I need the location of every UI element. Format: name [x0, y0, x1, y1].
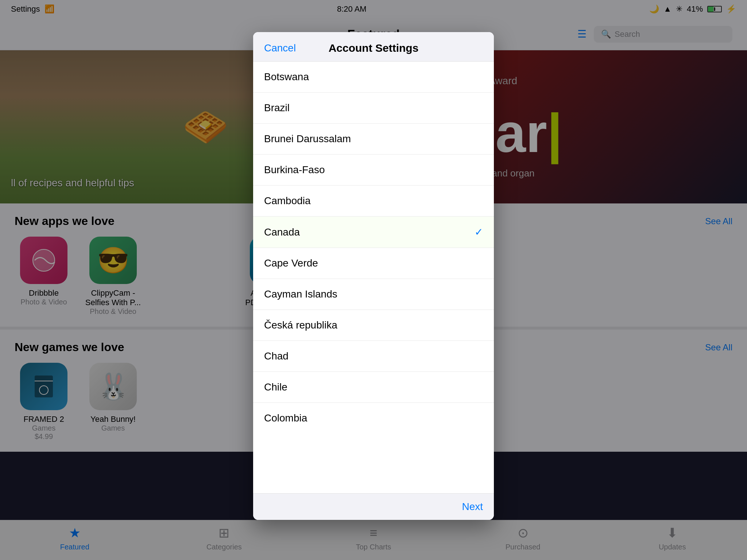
country-item-canada[interactable]: Canada ✓ — [253, 217, 494, 248]
country-item-brunei[interactable]: Brunei Darussalam — [253, 124, 494, 155]
canada-checkmark: ✓ — [475, 226, 483, 238]
country-item-botswana[interactable]: Botswana — [253, 62, 494, 93]
cancel-button[interactable]: Cancel — [264, 42, 296, 54]
country-name-cayman: Cayman Islands — [264, 288, 337, 300]
country-item-czech[interactable]: Česká republika — [253, 310, 494, 341]
next-button[interactable]: Next — [462, 501, 483, 513]
modal-footer: Next — [253, 493, 494, 520]
account-settings-modal: Cancel Account Settings Botswana Brazil … — [253, 32, 494, 520]
country-list[interactable]: Botswana Brazil Brunei Darussalam Burkin… — [253, 62, 494, 493]
country-name-brazil: Brazil — [264, 102, 290, 114]
country-item-colombia[interactable]: Colombia — [253, 403, 494, 433]
country-item-cayman[interactable]: Cayman Islands — [253, 279, 494, 310]
modal-header: Cancel Account Settings — [253, 32, 494, 62]
country-name-brunei: Brunei Darussalam — [264, 133, 351, 145]
country-item-burkina[interactable]: Burkina-Faso — [253, 155, 494, 186]
country-item-cambodia[interactable]: Cambodia — [253, 186, 494, 217]
country-name-colombia: Colombia — [264, 412, 307, 424]
country-item-cape-verde[interactable]: Cape Verde — [253, 248, 494, 279]
country-item-chile[interactable]: Chile — [253, 372, 494, 403]
country-item-brazil[interactable]: Brazil — [253, 93, 494, 124]
country-name-burkina: Burkina-Faso — [264, 164, 325, 176]
country-name-cambodia: Cambodia — [264, 195, 311, 207]
country-name-cape-verde: Cape Verde — [264, 257, 318, 269]
country-name-botswana: Botswana — [264, 71, 309, 83]
modal-title: Account Settings — [329, 42, 419, 54]
country-name-chile: Chile — [264, 381, 287, 393]
country-name-canada: Canada — [264, 226, 300, 238]
country-item-chad[interactable]: Chad — [253, 341, 494, 372]
country-name-chad: Chad — [264, 350, 289, 362]
country-name-czech: Česká republika — [264, 319, 337, 331]
